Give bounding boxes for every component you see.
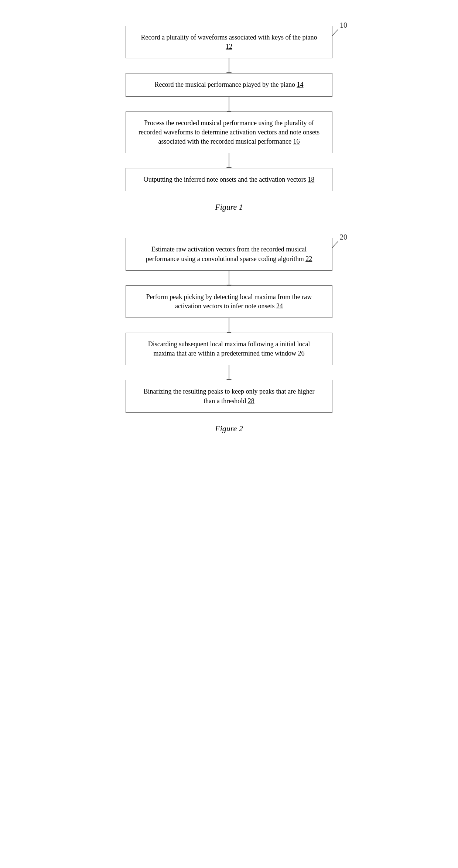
box-28-ref: 28 xyxy=(248,397,254,405)
box-26-ref: 26 xyxy=(298,350,304,357)
arrow-1 xyxy=(229,58,229,73)
figure2-section: 20 Estimate raw activation vectors from … xyxy=(15,234,443,433)
box-26-text: Discarding subsequent local maxima follo… xyxy=(148,340,310,357)
figure1-flowchart: Record a plurality of waveforms associat… xyxy=(118,26,340,191)
svg-text:20: 20 xyxy=(340,234,347,241)
figure1-label: Figure 1 xyxy=(215,202,243,212)
flow-box-28: Binarizing the resulting peaks to keep o… xyxy=(126,380,332,412)
flow-box-18: Outputting the inferred note onsets and … xyxy=(126,168,332,191)
flow-box-14: Record the musical performance played by… xyxy=(126,73,332,96)
flow-box-26: Discarding subsequent local maxima follo… xyxy=(126,333,332,365)
box-16-text: Process the recorded musical performance… xyxy=(139,119,319,145)
box-28-text: Binarizing the resulting peaks to keep o… xyxy=(144,388,315,404)
figure2-label: Figure 2 xyxy=(215,424,243,433)
figure2-flowchart: Estimate raw activation vectors from the… xyxy=(118,238,340,413)
box-12-text: Record a plurality of waveforms associat… xyxy=(141,34,317,41)
flow-box-22: Estimate raw activation vectors from the… xyxy=(126,238,332,270)
box-22-ref: 22 xyxy=(305,255,312,263)
flow-box-12: Record a plurality of waveforms associat… xyxy=(126,26,332,58)
box-14-text: Record the musical performance played by… xyxy=(155,81,297,88)
arrow-3 xyxy=(229,153,229,168)
arrow-2 xyxy=(229,97,229,111)
box-12-ref: 12 xyxy=(226,43,232,50)
page-container: 10 Record a plurality of waveforms assoc… xyxy=(0,0,458,868)
arrow-5 xyxy=(229,318,229,333)
box-16-ref: 16 xyxy=(293,138,300,145)
svg-text:10: 10 xyxy=(340,22,347,29)
arrow-6 xyxy=(229,365,229,380)
box-24-ref: 24 xyxy=(276,302,283,310)
box-24-text: Perform peak picking by detecting local … xyxy=(146,293,312,310)
box-14-ref: 14 xyxy=(297,81,303,88)
flow-box-16: Process the recorded musical performance… xyxy=(126,111,332,154)
box-22-text: Estimate raw activation vectors from the… xyxy=(146,246,307,262)
box-18-ref: 18 xyxy=(308,176,314,183)
arrow-4 xyxy=(229,271,229,285)
flow-box-24: Perform peak picking by detecting local … xyxy=(126,285,332,318)
box-18-text: Outputting the inferred note onsets and … xyxy=(144,176,308,183)
figure1-section: 10 Record a plurality of waveforms assoc… xyxy=(15,22,443,212)
